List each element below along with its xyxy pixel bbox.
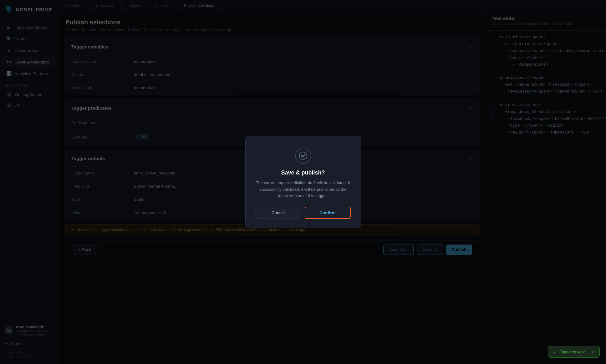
modal: Save & publish? The current tagger defin… — [245, 136, 361, 228]
toast-message: Tagger is valid — [560, 350, 586, 354]
modal-confirm-button[interactable]: Confirm — [305, 207, 351, 219]
modal-title: Save & publish? — [256, 169, 351, 176]
toast-notification: ✓ Tagger is valid × — [548, 346, 600, 358]
modal-cancel-button[interactable]: Cancel — [256, 207, 301, 219]
modal-text: The current tagger definition draft will… — [256, 180, 351, 199]
toast-check-icon: ✓ — [553, 350, 557, 354]
toast-close-button[interactable]: × — [592, 349, 594, 354]
modal-overlay[interactable]: Save & publish? The current tagger defin… — [0, 0, 606, 364]
modal-check-icon — [295, 148, 311, 164]
svg-point-0 — [299, 152, 307, 159]
modal-actions: Cancel Confirm — [256, 207, 351, 219]
